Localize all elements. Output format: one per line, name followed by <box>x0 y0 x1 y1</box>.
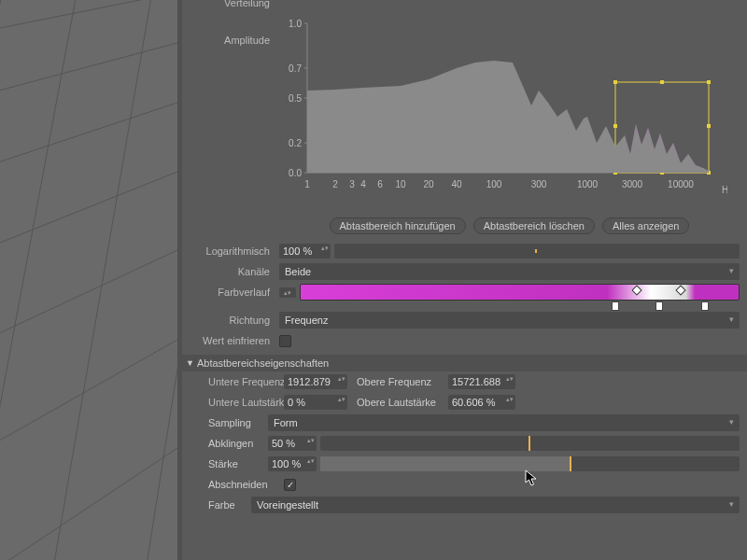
label-logarithmisch: Logarithmisch <box>182 245 275 257</box>
untere-frequenz-spinner[interactable]: 1912.879▴▾ <box>284 374 347 389</box>
spectrum-chart[interactable]: 1.0 0.7 0.5 0.2 0.0 1 2 3 4 6 <box>279 14 727 212</box>
svg-text:0.5: 0.5 <box>289 93 302 104</box>
label-wert-einfrieren: Wert einfrieren <box>182 335 275 346</box>
properties-panel: Verteilung Amplitude 1.0 0.7 0.5 0.2 0.0 <box>182 0 747 560</box>
label-obere-lautstaerke: Obere Lautstärke <box>351 397 444 408</box>
svg-text:1: 1 <box>304 179 310 189</box>
svg-rect-39 <box>613 80 617 84</box>
svg-text:0.2: 0.2 <box>289 138 302 148</box>
abschneiden-checkbox[interactable]: ✓ <box>284 479 296 491</box>
label-obere-frequenz: Obere Frequenz <box>351 376 444 387</box>
3d-viewport[interactable] <box>0 0 177 560</box>
label-sampling: Sampling <box>182 417 264 428</box>
section-abtastbereich-header[interactable]: ▼ Abtastbereichseigenschaften <box>182 355 747 371</box>
disclosure-triangle-icon: ▼ <box>186 358 194 368</box>
obere-lautstaerke-spinner[interactable]: 60.606 %▴▾ <box>448 395 515 410</box>
svg-text:3000: 3000 <box>622 179 643 189</box>
section-abtastbereich-label: Abtastbereichseigenschaften <box>197 357 329 369</box>
logarithmisch-spinner[interactable]: 100 %▴▾ <box>279 244 331 259</box>
delete-sample-range-button[interactable]: Abtastbereich löschen <box>473 217 595 234</box>
svg-text:300: 300 <box>531 179 547 189</box>
label-amplitude: Amplitude <box>182 14 275 46</box>
obere-frequenz-spinner[interactable]: 15721.688▴▾ <box>448 374 515 389</box>
svg-text:Hz: Hz <box>722 185 727 195</box>
svg-text:100: 100 <box>486 179 502 189</box>
svg-text:6: 6 <box>377 179 383 189</box>
label-farbe: Farbe <box>182 499 247 511</box>
label-farbverlauf: Farbverlauf <box>182 287 275 298</box>
svg-text:0.0: 0.0 <box>289 168 302 178</box>
label-verteilung: Verteilung <box>182 0 275 8</box>
svg-text:20: 20 <box>423 179 434 189</box>
svg-text:1.0: 1.0 <box>289 19 302 29</box>
label-kanaele: Kanäle <box>182 266 275 277</box>
svg-rect-40 <box>660 80 664 84</box>
svg-text:1000: 1000 <box>577 179 599 189</box>
label-staerke: Stärke <box>182 458 264 469</box>
label-untere-frequenz: Untere Frequenz <box>182 376 280 387</box>
svg-rect-41 <box>707 80 711 84</box>
farbe-dropdown[interactable]: Voreingestellt <box>251 497 740 513</box>
svg-rect-0 <box>0 0 177 560</box>
svg-text:10: 10 <box>395 179 406 189</box>
svg-text:40: 40 <box>451 179 462 189</box>
untere-lautstaerke-spinner[interactable]: 0 %▴▾ <box>284 395 347 410</box>
staerke-spinner[interactable]: 100 %▴▾ <box>268 456 317 471</box>
label-abklingen: Abklingen <box>182 438 264 449</box>
label-untere-lautstaerke: Untere Lautstärke <box>182 397 280 408</box>
svg-rect-43 <box>707 124 711 128</box>
richtung-dropdown[interactable]: Frequenz <box>279 312 740 329</box>
show-all-button[interactable]: Alles anzeigen <box>602 217 690 234</box>
label-richtung: Richtung <box>182 315 275 326</box>
svg-text:4: 4 <box>360 179 366 189</box>
add-sample-range-button[interactable]: Abtastbereich hinzufügen <box>330 217 466 234</box>
abklingen-spinner[interactable]: 50 %▴▾ <box>268 436 317 451</box>
gradient-arrows[interactable]: ▴▾ <box>279 287 296 298</box>
svg-text:10000: 10000 <box>668 179 694 189</box>
kanaele-dropdown[interactable]: Beide <box>279 263 740 280</box>
svg-rect-42 <box>613 124 617 128</box>
gradient-editor[interactable] <box>300 284 740 301</box>
logarithmisch-slider[interactable] <box>334 244 740 259</box>
wert-einfrieren-checkbox[interactable] <box>279 335 291 347</box>
sampling-dropdown[interactable]: Form <box>268 414 740 431</box>
svg-text:0.7: 0.7 <box>289 63 302 74</box>
svg-text:2: 2 <box>332 179 338 189</box>
svg-text:3: 3 <box>349 179 355 189</box>
staerke-slider[interactable] <box>320 456 740 471</box>
abklingen-slider[interactable] <box>320 436 740 451</box>
label-abschneiden: Abschneiden <box>182 479 280 490</box>
